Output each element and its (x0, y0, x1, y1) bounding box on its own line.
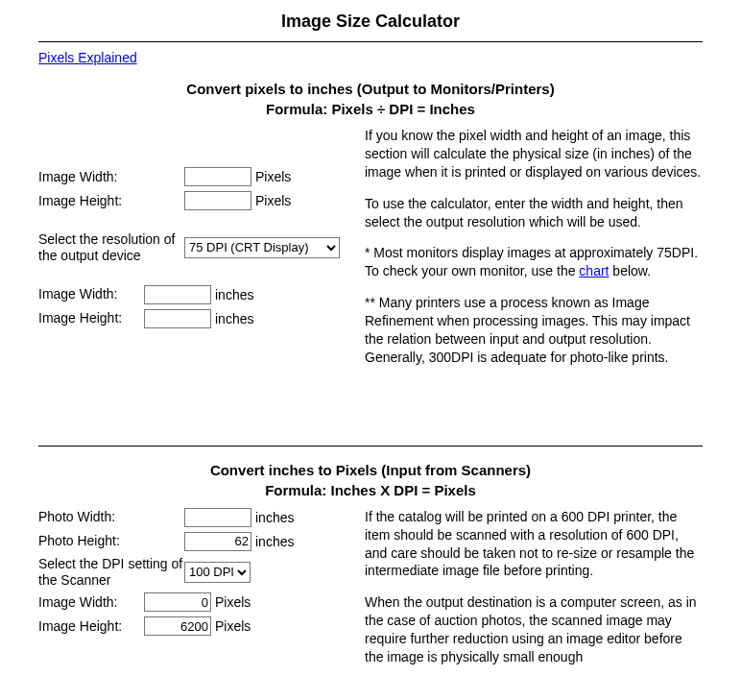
row-photo-height: Photo Height: inches (38, 532, 346, 551)
mid-rule (38, 446, 703, 447)
row-select-dpi: Select the DPI setting of the Scanner 10… (38, 556, 346, 589)
unit-pixels: Pixels (255, 193, 291, 208)
select-output-resolution[interactable]: 75 DPI (CRT Display) (184, 237, 340, 258)
desc-p1: If you know the pixel width and height o… (365, 127, 703, 181)
input-image-height-px[interactable] (184, 191, 251, 210)
page-title: Image Size Calculator (38, 12, 703, 32)
label-image-width-px2: Image Width: (38, 594, 144, 611)
row-photo-width: Photo Width: inches (38, 508, 346, 527)
input-photo-width[interactable] (184, 508, 251, 527)
section2-form: Photo Width: inches Photo Height: inches… (38, 508, 346, 680)
pixels-explained-wrap: Pixels Explained (38, 50, 703, 65)
pixels-explained-link[interactable]: Pixels Explained (38, 50, 137, 65)
row-width-px: Image Width: Pixels (38, 167, 346, 186)
unit-pixels: Pixels (255, 169, 291, 184)
section2-desc: If the catalog will be printed on a 600 … (365, 508, 703, 680)
desc-p3-b: below. (609, 263, 651, 278)
label-image-width-in: Image Width: (38, 286, 144, 302)
label-image-height-in: Image Height: (38, 310, 144, 326)
desc-p2: To use the calculator, enter the width a… (365, 195, 703, 231)
chart-link[interactable]: chart (579, 263, 609, 278)
label-image-height-px2: Image Height: (38, 618, 144, 635)
row-select-resolution: Select the resolution of the output devi… (38, 231, 346, 264)
section2-heading-line2: Formula: Inches X DPI = Pixels (38, 480, 703, 500)
section2-heading: Convert inches to Pixels (Input from Sca… (38, 460, 703, 500)
section1-heading: Convert pixels to inches (Output to Moni… (38, 79, 703, 119)
label-image-height-px: Image Height: (38, 193, 184, 209)
desc-p3: * Most monitors display images at approx… (365, 244, 703, 280)
unit-inches: inches (215, 311, 253, 326)
output-image-width-px[interactable] (144, 592, 211, 612)
row-imgheight-px: Image Height: Pixels (38, 616, 346, 636)
input-image-width-px[interactable] (184, 167, 251, 186)
output-image-height-in[interactable] (144, 309, 211, 328)
unit-inches: inches (215, 287, 253, 302)
desc-p4: ** Many printers use a process known as … (365, 294, 703, 367)
top-rule (38, 41, 703, 42)
label-image-width-px: Image Width: (38, 169, 184, 185)
row-height-px: Image Height: Pixels (38, 191, 346, 210)
unit-inches: inches (255, 510, 294, 525)
label-photo-width: Photo Width: (38, 509, 184, 525)
section1-form: Image Width: Pixels Image Height: Pixels… (38, 127, 346, 380)
section1-desc: If you know the pixel width and height o… (365, 127, 703, 380)
section1-body: Image Width: Pixels Image Height: Pixels… (38, 127, 703, 380)
input-photo-height[interactable] (184, 532, 251, 551)
label-select-dpi: Select the DPI setting of the Scanner (38, 556, 184, 589)
section1-heading-line1: Convert pixels to inches (Output to Moni… (38, 79, 703, 99)
desc2-p1: If the catalog will be printed on a 600 … (365, 508, 703, 581)
row-width-in: Image Width: inches (38, 285, 346, 304)
unit-pixels: Pixels (215, 594, 251, 610)
section2-heading-line1: Convert inches to Pixels (Input from Sca… (38, 460, 703, 480)
unit-pixels: Pixels (215, 618, 251, 634)
row-imgwidth-px: Image Width: Pixels (38, 592, 346, 612)
unit-inches: inches (255, 534, 294, 549)
section1-heading-line2: Formula: Pixels ÷ DPI = Inches (38, 99, 703, 119)
label-photo-height: Photo Height: (38, 533, 184, 549)
output-image-height-px[interactable] (144, 616, 211, 636)
label-select-resolution: Select the resolution of the output devi… (38, 231, 184, 264)
desc2-p2: When the output destination is a compute… (365, 593, 703, 666)
section2-body: Photo Width: inches Photo Height: inches… (38, 508, 703, 680)
row-height-in: Image Height: inches (38, 309, 346, 328)
select-scanner-dpi[interactable]: 100 DPI (184, 562, 251, 583)
output-image-width-in[interactable] (144, 285, 211, 304)
